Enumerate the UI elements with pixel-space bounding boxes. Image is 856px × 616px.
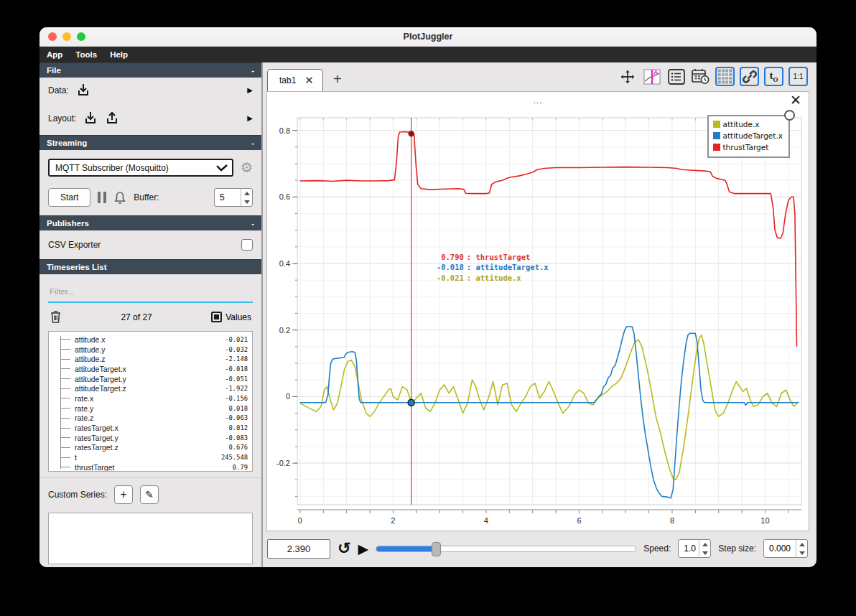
timeseries-row[interactable]: attitude.x-0.021 (49, 335, 252, 345)
datetime-button[interactable] (691, 67, 710, 86)
legend-swatch (713, 132, 720, 139)
close-window-button[interactable] (48, 32, 57, 41)
step-size-label: Step size: (718, 543, 756, 554)
slider-handle[interactable] (432, 542, 441, 556)
timeseries-row[interactable]: attitudeTarget.y-0.051 (49, 374, 252, 384)
load-layout-icon[interactable] (83, 111, 98, 125)
timeseries-row[interactable]: ratesTarget.y-0.083 (49, 433, 252, 443)
timeseries-row[interactable]: rate.x-0.156 (49, 393, 252, 403)
link-icon (743, 70, 757, 84)
section-header-publishers[interactable]: Publishers - (39, 215, 261, 230)
step-size-spinbox[interactable]: 0.000 (763, 539, 808, 558)
plot-canvas[interactable]: -0.200.20.40.60.802468100.790: thrustTar… (267, 109, 809, 531)
timeseries-row[interactable]: t245.548 (49, 452, 252, 462)
csv-exporter-checkbox[interactable] (241, 239, 253, 251)
menu-help[interactable]: Help (110, 50, 128, 59)
timeseries-row[interactable]: thrustTarget0.79 (49, 462, 252, 472)
tab-label: tab1 (279, 75, 296, 85)
data-expand-arrow[interactable]: ▶ (247, 86, 253, 94)
legend-collapse-circle-icon[interactable] (784, 110, 795, 121)
timeseries-value: 0.79 (233, 464, 248, 471)
layout-expand-arrow[interactable]: ▶ (247, 114, 253, 122)
buffer-down-button[interactable] (241, 197, 252, 206)
legend-entry[interactable]: thrustTarget (713, 141, 783, 153)
timeseries-row[interactable]: attitudeTarget.x-0.018 (49, 364, 252, 374)
streaming-settings-gear-icon[interactable]: ⚙ (241, 161, 253, 174)
buffer-spinbox[interactable]: 5 (214, 188, 253, 207)
section-header-timeseries[interactable]: Timeseries List (39, 259, 261, 274)
svg-text:0.2: 0.2 (279, 326, 290, 335)
plot-menu-dots[interactable]: ... (533, 95, 542, 106)
menu-app[interactable]: App (47, 50, 62, 59)
trash-icon[interactable] (50, 310, 62, 324)
tab-tab1[interactable]: tab1 ✕ (267, 69, 323, 91)
values-checkbox[interactable] (211, 312, 222, 322)
load-data-icon[interactable] (76, 83, 90, 97)
speed-up-button[interactable] (699, 540, 710, 549)
new-tab-button[interactable]: + (333, 72, 342, 86)
titlebar: PlotJuggler (39, 27, 817, 47)
zoom-window-button[interactable] (77, 32, 85, 41)
timeseries-value: -0.063 (225, 414, 248, 421)
timeseries-name: attitudeTarget.y (75, 375, 225, 383)
menu-tools[interactable]: Tools (75, 50, 97, 59)
timeseries-name: rate.x (75, 394, 225, 403)
legend-entry[interactable]: attitudeTarget.x (713, 130, 783, 141)
custom-series-list[interactable] (48, 513, 253, 564)
edit-custom-series-button[interactable]: ✎ (140, 485, 159, 504)
svg-text:4: 4 (484, 516, 488, 525)
transport-bar: 2.390 ↺ ▶ Speed: 1.0 Step size: 0.000 (263, 534, 817, 567)
step-up-button[interactable] (796, 540, 807, 549)
streaming-source-select[interactable]: MQTT Subscriber (Mosquitto) (48, 159, 233, 177)
svg-text:8: 8 (670, 516, 674, 525)
csv-exporter-label: CSV Exporter (48, 240, 101, 250)
timeseries-row[interactable]: rate.y0.018 (49, 403, 252, 414)
tab-close-icon[interactable]: ✕ (304, 75, 314, 85)
save-layout-icon[interactable] (105, 111, 119, 125)
legend-entry[interactable]: attitude.x (713, 118, 783, 130)
speed-down-button[interactable] (699, 549, 710, 557)
plot-legend[interactable]: attitude.xattitudeTarget.xthrustTarget (707, 115, 790, 158)
grid-layout-button[interactable] (715, 67, 735, 86)
loop-icon[interactable]: ↺ (338, 541, 350, 556)
publishers-section-title: Publishers (47, 219, 89, 228)
timeseries-name: ratesTarget.y (75, 434, 225, 442)
tracker-line-icon: A (643, 68, 661, 85)
timeseries-list[interactable]: attitude.x-0.021attitude.y-0.032attitude… (48, 331, 253, 472)
tracker-style-button[interactable]: A (642, 67, 661, 86)
streaming-section-title: Streaming (47, 139, 87, 147)
buffer-up-button[interactable] (241, 189, 252, 197)
minimize-window-button[interactable] (62, 32, 71, 41)
plot-close-icon[interactable]: ✕ (790, 93, 801, 107)
calendar-clock-icon (692, 68, 710, 85)
start-streaming-button[interactable]: Start (48, 188, 90, 207)
time-offset-button[interactable]: tO (764, 67, 783, 86)
step-down-button[interactable] (796, 549, 807, 557)
time-slider[interactable] (376, 546, 636, 552)
legend-list-button[interactable] (666, 67, 686, 86)
pause-icon[interactable] (98, 192, 106, 203)
timeseries-row[interactable]: attitude.z-2.148 (49, 354, 252, 364)
notifications-bell-icon[interactable] (113, 191, 126, 205)
timeseries-name: attitude.z (75, 355, 225, 363)
timeseries-row[interactable]: attitude.y-0.032 (49, 345, 252, 355)
play-button[interactable]: ▶ (358, 542, 368, 556)
speed-spinbox[interactable]: 1.0 (678, 539, 711, 558)
section-header-file[interactable]: File - (39, 62, 261, 78)
timeseries-row[interactable]: rate.z-0.063 (49, 414, 252, 424)
buffer-value: 5 (215, 189, 241, 206)
tree-branch (60, 378, 70, 379)
collapse-indicator: - (251, 219, 254, 228)
section-header-streaming[interactable]: Streaming - (39, 135, 261, 150)
move-tool-button[interactable] (618, 67, 637, 86)
add-custom-series-button[interactable]: + (114, 485, 133, 504)
link-ranges-button[interactable] (740, 67, 759, 86)
filter-input[interactable] (50, 287, 251, 296)
ratio-1-1-button[interactable]: 1:1 (788, 67, 808, 86)
tracker-time-field[interactable]: 2.390 (267, 539, 330, 559)
timeseries-row[interactable]: ratesTarget.x0.012 (49, 423, 252, 433)
timeseries-row[interactable]: attitudeTarget.z-1.922 (49, 383, 252, 393)
timeseries-row[interactable]: ratesTarget.z0.676 (49, 443, 252, 453)
layout-label: Layout: (48, 113, 76, 123)
timeseries-name: attitude.x (75, 335, 225, 344)
